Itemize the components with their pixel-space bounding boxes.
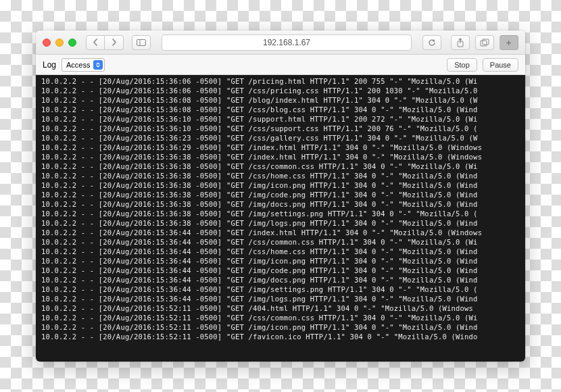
forward-button[interactable] [105,35,124,50]
log-line: 10.0.2.2 - - [20/Aug/2016:15:36:38 -0500… [41,199,520,209]
log-line: 10.0.2.2 - - [20/Aug/2016:15:36:44 -0500… [41,266,520,275]
maximize-icon[interactable] [68,39,76,47]
titlebar: 192.168.1.67 + [36,30,525,55]
log-toolbar: Log Access Stop Pause [36,55,525,75]
nav-buttons [86,35,124,50]
svg-rect-4 [483,39,489,45]
log-line: 10.0.2.2 - - [20/Aug/2016:15:36:29 -0500… [41,143,520,152]
log-line: 10.0.2.2 - - [20/Aug/2016:15:36:38 -0500… [41,190,520,199]
chevron-left-icon [93,39,99,46]
log-line: 10.0.2.2 - - [20/Aug/2016:15:36:38 -0500… [41,162,520,171]
log-line: 10.0.2.2 - - [20/Aug/2016:15:36:38 -0500… [41,209,520,218]
chevron-updown-icon [93,60,103,70]
minimize-icon[interactable] [55,39,64,47]
log-line: 10.0.2.2 - - [20/Aug/2016:15:36:08 -0500… [41,105,520,114]
log-line: 10.0.2.2 - - [20/Aug/2016:15:36:44 -0500… [41,275,520,285]
svg-rect-3 [481,41,487,46]
log-line: 10.0.2.2 - - [20/Aug/2016:15:36:44 -0500… [41,228,520,237]
log-line: 10.0.2.2 - - [20/Aug/2016:15:36:44 -0500… [41,294,520,303]
tabs-button[interactable] [475,35,494,50]
log-line: 10.0.2.2 - - [20/Aug/2016:15:36:44 -0500… [41,285,520,294]
browser-window: 192.168.1.67 + Log Access [36,30,525,362]
log-line: 10.0.2.2 - - [20/Aug/2016:15:36:06 -0500… [41,76,520,86]
back-button[interactable] [86,35,105,50]
log-label: Log [43,60,56,70]
sidebar-toggle-button[interactable] [132,35,151,50]
sidebar-icon [137,39,146,46]
reload-icon [428,39,436,47]
log-line: 10.0.2.2 - - [20/Aug/2016:15:36:38 -0500… [41,218,520,228]
window-controls [43,39,76,47]
log-line: 10.0.2.2 - - [20/Aug/2016:15:36:06 -0500… [41,86,520,95]
log-line: 10.0.2.2 - - [20/Aug/2016:15:36:08 -0500… [41,95,520,105]
log-line: 10.0.2.2 - - [20/Aug/2016:15:52:11 -0500… [41,322,520,332]
share-button[interactable] [451,35,470,50]
log-line: 10.0.2.2 - - [20/Aug/2016:15:36:44 -0500… [41,237,520,247]
reload-button[interactable] [422,35,441,50]
log-line: 10.0.2.2 - - [20/Aug/2016:15:36:23 -0500… [41,133,520,143]
log-line: 10.0.2.2 - - [20/Aug/2016:15:52:11 -0500… [41,303,520,313]
log-line: 10.0.2.2 - - [20/Aug/2016:15:36:44 -0500… [41,256,520,266]
stop-button[interactable]: Stop [447,58,477,72]
log-line: 10.0.2.2 - - [20/Aug/2016:15:36:38 -0500… [41,171,520,180]
pause-button[interactable]: Pause [483,58,518,72]
svg-rect-0 [137,39,146,45]
log-line: 10.0.2.2 - - [20/Aug/2016:15:36:10 -0500… [41,114,520,124]
new-tab-button[interactable]: + [499,35,518,50]
share-icon [456,38,464,47]
log-line: 10.0.2.2 - - [20/Aug/2016:15:36:38 -0500… [41,152,520,162]
log-type-select[interactable]: Access [62,58,104,72]
select-value: Access [66,61,90,69]
plus-icon: + [506,38,511,47]
address-text: 192.168.1.67 [263,38,310,47]
log-output[interactable]: 10.0.2.2 - - [20/Aug/2016:15:36:06 -0500… [36,75,525,362]
address-bar[interactable]: 192.168.1.67 [162,34,412,51]
log-line: 10.0.2.2 - - [20/Aug/2016:15:36:44 -0500… [41,247,520,256]
log-line: 10.0.2.2 - - [20/Aug/2016:15:52:11 -0500… [41,332,520,341]
chevron-right-icon [111,39,117,46]
log-line: 10.0.2.2 - - [20/Aug/2016:15:36:10 -0500… [41,124,520,133]
tabs-icon [480,39,489,47]
close-icon[interactable] [43,39,51,47]
log-line: 10.0.2.2 - - [20/Aug/2016:15:52:11 -0500… [41,313,520,322]
log-line: 10.0.2.2 - - [20/Aug/2016:15:36:38 -0500… [41,180,520,190]
